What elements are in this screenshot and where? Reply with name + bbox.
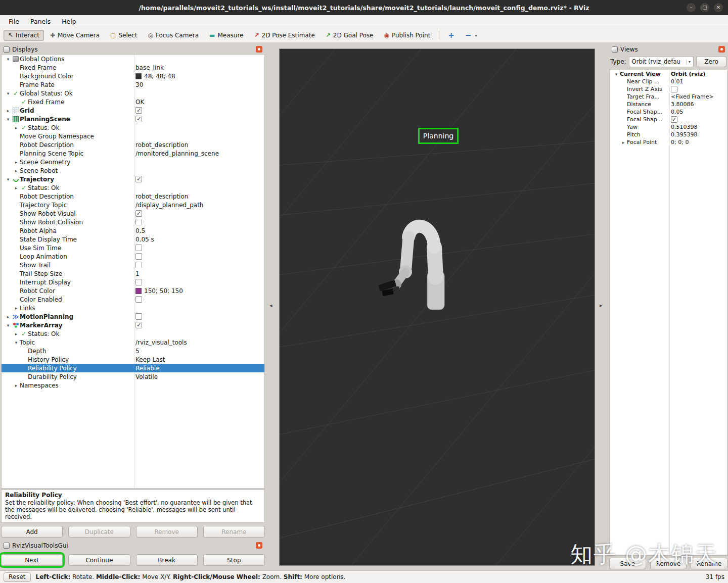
expand-closed-icon[interactable]: ▸ [5,314,12,319]
render-viewport[interactable]: Planning [279,48,595,566]
zero-button[interactable]: Zero [696,56,726,67]
add-display-button[interactable]: Add [1,526,63,538]
checkbox-unchecked[interactable] [135,245,142,251]
displays-row-status-ok[interactable]: ▸✓Status: Ok [2,123,264,132]
close-tools-panel-icon[interactable] [256,542,262,549]
menu-help[interactable]: Help [56,16,82,27]
expand-open-icon[interactable]: ▾ [5,91,12,96]
expand-closed-icon[interactable]: ▸ [13,160,20,165]
displays-row-robot-description[interactable]: Robot Descriptionrobot_description [2,140,264,149]
expand-closed-icon[interactable]: ▸ [13,383,20,388]
right-splitter-handle[interactable]: ▸ [600,302,603,309]
checkbox-unchecked[interactable] [135,313,142,320]
displays-row-topic[interactable]: ▾Topic/rviz_visual_tools [2,338,264,347]
displays-row-reliability-policy[interactable]: Reliability PolicyReliable [2,364,264,372]
expand-closed-icon[interactable]: ▸ [13,185,20,190]
tool-interact[interactable]: ↖Interact [4,30,44,41]
menu-file[interactable]: File [3,16,25,27]
displays-row-namespaces[interactable]: ▸Namespaces [2,381,264,390]
tool-move-camera[interactable]: ✚Move Camera [46,30,104,41]
expand-open-icon[interactable]: ▾ [13,340,20,345]
checkbox-checked[interactable]: ✓ [135,116,142,122]
displays-row-robot-description[interactable]: Robot Descriptionrobot_description [2,192,264,201]
displays-row-show-trail[interactable]: Show Trail [2,261,264,269]
views-row-current-view[interactable]: ▾Current ViewOrbit (rviz) [610,70,727,78]
tool-add-tool-icon[interactable]: + [443,30,459,41]
displays-row-markerarray[interactable]: ▾MarkerArray✓ [2,321,264,329]
tool-publish-point[interactable]: ◉Publish Point [379,30,435,41]
displays-row-global-status-ok[interactable]: ▾✓Global Status: Ok [2,89,264,98]
displays-row-planningscene[interactable]: ▾PlanningScene✓ [2,115,264,123]
views-row-yaw[interactable]: Yaw0.510398 [610,123,727,131]
checkbox-checked[interactable]: ✓ [135,176,142,182]
continue-button[interactable]: Continue [68,554,130,566]
displays-row-scene-robot[interactable]: ▸Scene Robot [2,166,264,175]
displays-row-show-robot-visual[interactable]: Show Robot Visual✓ [2,209,264,218]
checkbox-unchecked[interactable] [135,219,142,225]
expand-closed-icon[interactable]: ▸ [13,331,20,336]
displays-row-robot-alpha[interactable]: Robot Alpha0.5 [2,226,264,235]
checkbox-checked[interactable]: ✓ [135,322,142,328]
checkbox-unchecked[interactable] [135,279,142,285]
checkbox-unchecked[interactable] [671,86,677,92]
expand-closed-icon[interactable]: ▸ [13,125,20,130]
reset-button[interactable]: Reset [4,572,31,582]
duplicate-display-button[interactable]: Duplicate [68,526,130,538]
views-row-pitch[interactable]: Pitch0.395398 [610,131,727,138]
displays-row-loop-animation[interactable]: Loop Animation [2,252,264,261]
views-row-invert-z-axis[interactable]: Invert Z Axis [610,85,727,93]
displays-row-links[interactable]: ▸Links [2,304,264,312]
displays-row-fixed-frame[interactable]: ✓Fixed FrameOK [2,98,264,106]
tool-focus-camera[interactable]: ◎Focus Camera [143,30,203,41]
views-row-focal-shap[interactable]: Focal Shap...0.05 [610,108,727,116]
expand-closed-icon[interactable]: ▸ [13,168,20,173]
views-row-focal-shap[interactable]: Focal Shap...✓ [610,116,727,123]
displays-row-move-group-namespace[interactable]: Move Group Namespace [2,132,264,140]
displays-row-global-options[interactable]: ▾Global Options [2,55,264,63]
displays-row-trajectory[interactable]: ▾Trajectory✓ [2,175,264,183]
remove-display-button[interactable]: Remove [136,526,198,538]
checkbox-checked[interactable]: ✓ [135,107,142,114]
expand-closed-icon[interactable]: ▸ [620,140,627,145]
displays-row-background-color[interactable]: Background Color48; 48; 48 [2,72,264,80]
checkbox-unchecked[interactable] [135,296,142,303]
stop-button[interactable]: Stop [203,554,265,566]
displays-row-fixed-frame[interactable]: Fixed Framebase_link [2,63,264,72]
displays-row-trajectory-topic[interactable]: Trajectory Topic/display_planned_path [2,201,264,209]
menu-panels[interactable]: Panels [25,16,56,27]
maximize-icon[interactable]: □ [700,3,709,12]
displays-row-use-sim-time[interactable]: Use Sim Time [2,244,264,252]
views-row-focal-point[interactable]: ▸Focal Point0; 0; 0 [610,138,727,146]
checkbox-unchecked[interactable] [135,262,142,268]
checkbox-checked[interactable]: ✓ [671,116,677,123]
expand-closed-icon[interactable]: ▸ [5,108,12,113]
displays-row-history-policy[interactable]: History PolicyKeep Last [2,355,264,364]
left-splitter-handle[interactable]: ◂ [269,302,272,309]
expand-open-icon[interactable]: ▾ [5,177,12,182]
next-button[interactable]: Next [1,554,63,566]
tool-select[interactable]: ▢Select [106,30,142,41]
displays-row-color-enabled[interactable]: Color Enabled [2,295,264,304]
rename-display-button[interactable]: Rename [203,526,265,538]
displays-row-scene-geometry[interactable]: ▸Scene Geometry [2,158,264,166]
checkbox-checked[interactable]: ✓ [135,210,142,217]
tool-2d-goal-pose[interactable]: ↗2D Goal Pose [321,30,378,41]
break-button[interactable]: Break [136,554,198,566]
displays-row-status-ok[interactable]: ▸✓Status: Ok [2,329,264,338]
checkbox-unchecked[interactable] [135,253,142,260]
displays-row-robot-color[interactable]: Robot Color150; 50; 150 [2,286,264,295]
expand-open-icon[interactable]: ▾ [5,117,12,122]
displays-row-depth[interactable]: Depth5 [2,347,264,355]
displays-row-status-ok[interactable]: ▸✓Status: Ok [2,183,264,192]
minimize-icon[interactable]: – [687,3,696,12]
displays-row-durability-policy[interactable]: Durability PolicyVolatile [2,372,264,381]
displays-row-grid[interactable]: ▸Grid✓ [2,106,264,115]
views-row-distance[interactable]: Distance3.80086 [610,101,727,108]
close-icon[interactable]: ✕ [714,3,723,12]
close-views-panel-icon[interactable] [718,46,725,53]
displays-row-planning-scene-topic[interactable]: Planning Scene Topic/monitored_planning_… [2,149,264,158]
expand-closed-icon[interactable]: ▸ [13,306,20,311]
close-displays-panel-icon[interactable] [256,46,262,53]
expand-open-icon[interactable]: ▾ [613,72,620,77]
tool-remove-tool-icon[interactable]: −▾ [461,30,482,41]
